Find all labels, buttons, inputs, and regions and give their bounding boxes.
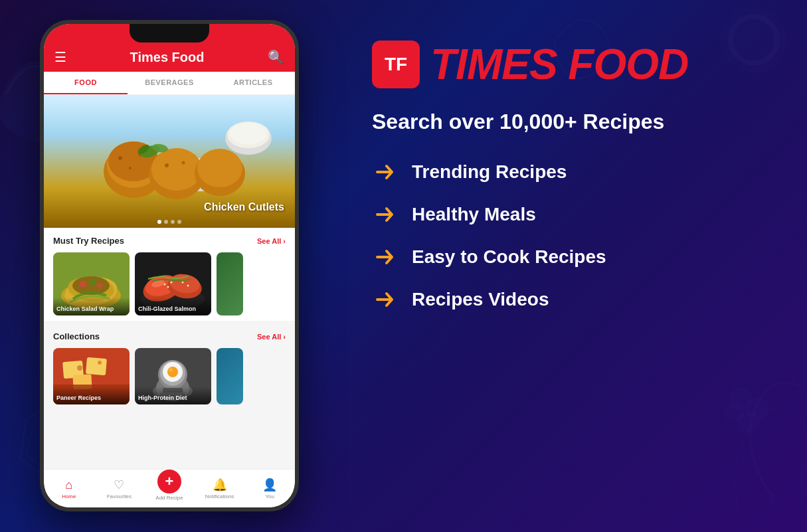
- right-content: TF TIMES FOOD Search over 10,000+ Recipe…: [372, 40, 780, 313]
- recipe-card-partial[interactable]: [217, 252, 243, 315]
- recipe-wrap-label: Chicken Salad Wrap: [53, 298, 130, 315]
- svg-point-52: [98, 361, 102, 365]
- nav-home-label: Home: [62, 493, 76, 499]
- hero-title: Chicken Cutlets: [204, 201, 284, 213]
- nav-you[interactable]: 👤 You: [244, 470, 295, 507]
- must-try-see-all[interactable]: See All ›: [257, 237, 286, 245]
- hero-food-image: Chicken Cutlets: [44, 95, 295, 228]
- feature-item-easy: Easy to Cook Recipes: [372, 243, 780, 271]
- partial-collection-image: [217, 348, 243, 404]
- svg-point-59: [167, 367, 178, 377]
- svg-point-31: [80, 281, 86, 288]
- nav-favourites[interactable]: ♡ Favourites: [94, 470, 145, 507]
- svg-point-2: [729, 387, 753, 411]
- must-try-title: Must Try Recipes: [53, 236, 124, 246]
- feature-list: Trending Recipes Healthy Meals Easy to C…: [372, 158, 780, 313]
- svg-point-15: [151, 148, 202, 191]
- heart-icon: ♡: [114, 478, 124, 492]
- phone-screen: ☰ Times Food 🔍 FOOD BEVERAGES ARTICLES: [44, 24, 295, 507]
- nav-favourites-label: Favourites: [107, 493, 132, 499]
- nav-add-recipe[interactable]: + Add Recipe: [144, 470, 195, 507]
- feature-text-easy: Easy to Cook Recipes: [412, 246, 606, 268]
- svg-point-5: [724, 402, 744, 422]
- feature-item-videos: Recipes Videos: [372, 286, 780, 313]
- collection-card-fish[interactable]: [217, 348, 243, 404]
- nav-home[interactable]: ⌂ Home: [44, 470, 94, 507]
- svg-point-60: [169, 368, 173, 372]
- phone-mockup: ☰ Times Food 🔍 FOOD BEVERAGES ARTICLES: [40, 20, 312, 518]
- must-try-header: Must Try Recipes See All ›: [53, 236, 286, 246]
- arrow-icon-videos: [372, 286, 400, 313]
- logo-text: TF: [385, 54, 407, 75]
- svg-point-42: [171, 282, 173, 284]
- arrow-icon-easy: [372, 243, 400, 271]
- hero-banner[interactable]: Chicken Cutlets: [44, 95, 295, 228]
- svg-point-17: [182, 161, 185, 165]
- collections-see-all[interactable]: See All ›: [257, 333, 286, 341]
- feature-text-trending: Trending Recipes: [412, 161, 567, 183]
- svg-point-4: [737, 410, 761, 434]
- bottom-navigation: ⌂ Home ♡ Favourites + Add Recipe 🔔 Notif…: [44, 469, 295, 507]
- feature-item-healthy: Healthy Meals: [372, 201, 780, 228]
- svg-point-25: [230, 123, 267, 144]
- search-icon[interactable]: 🔍: [268, 49, 284, 65]
- svg-point-11: [118, 156, 122, 160]
- recipe-card-salmon[interactable]: Chili-Glazed Salmon: [135, 252, 211, 315]
- feature-text-healthy: Healthy Meals: [412, 204, 536, 225]
- feature-item-trending: Trending Recipes: [372, 158, 780, 186]
- user-icon: 👤: [262, 478, 277, 492]
- hero-pagination: [157, 220, 181, 224]
- svg-point-33: [97, 283, 103, 289]
- dot-3: [171, 220, 175, 224]
- svg-point-45: [187, 285, 189, 287]
- bell-icon: 🔔: [213, 478, 227, 492]
- tab-beverages[interactable]: BEVERAGES: [128, 72, 211, 94]
- svg-point-44: [182, 282, 184, 284]
- add-recipe-button[interactable]: +: [157, 470, 181, 493]
- tagline: Search over 10,000+ Recipes: [372, 109, 780, 134]
- feature-text-videos: Recipes Videos: [412, 289, 549, 310]
- nav-notifications-label: Notifications: [205, 493, 234, 499]
- collection-paneer-label: Paneer Recipes: [53, 387, 130, 404]
- plus-icon: +: [165, 473, 174, 490]
- nav-notifications[interactable]: 🔔 Notifications: [195, 470, 245, 507]
- svg-point-13: [129, 167, 132, 169]
- collection-card-paneer[interactable]: Paneer Recipes: [53, 348, 130, 404]
- svg-rect-48: [86, 357, 107, 376]
- tab-articles[interactable]: ARTICLES: [211, 72, 295, 94]
- collection-cards-list: Paneer Recipes: [53, 348, 286, 404]
- collections-title: Collections: [53, 331, 100, 341]
- nav-you-label: You: [265, 493, 274, 499]
- brand-name: TIMES FOOD: [430, 40, 688, 89]
- app-title: Times Food: [130, 50, 205, 65]
- collections-section: Collections See All ›: [44, 323, 295, 410]
- collection-protein-label: High-Protein Diet: [135, 387, 211, 404]
- collection-card-protein[interactable]: High-Protein Diet: [135, 348, 211, 404]
- tab-food[interactable]: FOOD: [44, 72, 128, 94]
- svg-point-43: [167, 286, 169, 288]
- menu-icon[interactable]: ☰: [54, 49, 66, 65]
- arrow-icon-trending: [372, 158, 400, 186]
- svg-point-3: [745, 397, 769, 421]
- svg-point-32: [90, 280, 96, 285]
- partial-card-image: [217, 252, 243, 315]
- home-icon: ⌂: [65, 478, 72, 492]
- svg-point-16: [165, 163, 169, 167]
- app-tabs: FOOD BEVERAGES ARTICLES: [44, 72, 295, 95]
- recipe-card-wrap[interactable]: Chicken Salad Wrap: [53, 252, 130, 315]
- arrow-icon-healthy: [372, 201, 400, 228]
- dot-4: [177, 220, 181, 224]
- dot-2: [164, 220, 168, 224]
- dot-1: [157, 220, 161, 224]
- phone-frame: ☰ Times Food 🔍 FOOD BEVERAGES ARTICLES: [40, 20, 299, 511]
- brand-header: TF TIMES FOOD: [372, 40, 780, 89]
- brand-logo: TF: [372, 41, 420, 88]
- must-try-section: Must Try Recipes See All ›: [44, 228, 295, 321]
- recipe-cards-list: Chicken Salad Wrap: [53, 252, 286, 315]
- svg-point-51: [77, 365, 82, 371]
- collections-header: Collections See All ›: [53, 331, 286, 341]
- svg-point-41: [164, 284, 166, 286]
- recipe-salmon-label: Chili-Glazed Salmon: [135, 298, 211, 315]
- phone-notch: [130, 24, 209, 43]
- nav-add-label: Add Recipe: [155, 495, 183, 501]
